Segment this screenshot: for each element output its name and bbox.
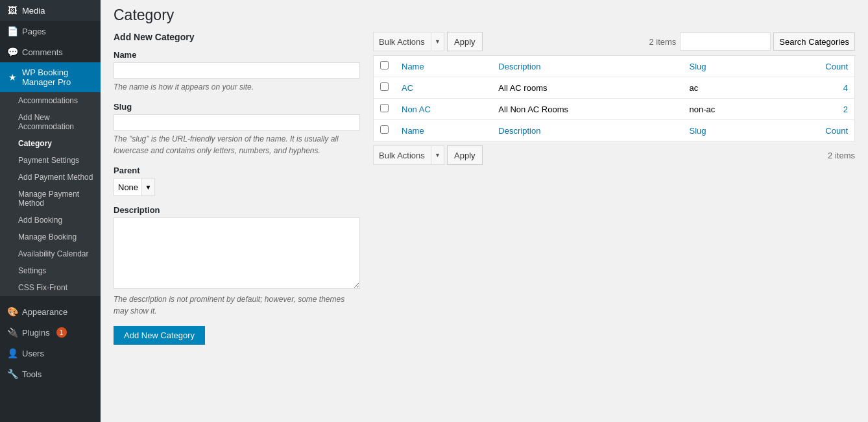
footer-checkbox-col <box>374 120 396 142</box>
header-checkbox-col <box>374 56 396 77</box>
name-input[interactable] <box>114 62 360 79</box>
slug-hint: The "slug" is the URL-friendly version o… <box>114 133 360 156</box>
footer-count[interactable]: Count <box>772 120 854 142</box>
sidebar-sub-accommodations[interactable]: Accommodations <box>0 92 101 109</box>
add-category-form: Add New Category Name The name is how it… <box>114 32 360 345</box>
search-categories-wrap: Search Categories <box>680 32 855 51</box>
slug-field-group: Slug The "slug" is the URL-friendly vers… <box>114 102 360 156</box>
sidebar-item-appearance[interactable]: 🎨 Appearance <box>0 301 101 322</box>
row-description-1: All Non AC Rooms <box>492 99 682 120</box>
sidebar-sub-css[interactable]: CSS Fix-Front <box>0 279 101 296</box>
sidebar-sub-add-booking[interactable]: Add Booking <box>0 212 101 229</box>
parent-dropdown-button[interactable]: ▼ <box>142 178 155 196</box>
sidebar-item-tools[interactable]: 🔧 Tools <box>0 364 101 384</box>
main-content: Category Add New Category Name The name … <box>101 0 868 422</box>
apply-bottom-button[interactable]: Apply <box>447 145 483 165</box>
parent-select-wrap: None ▼ <box>114 178 360 196</box>
table-row: AC All AC rooms ac 4 <box>374 77 855 99</box>
sidebar-sub-category[interactable]: Category <box>0 135 101 152</box>
bulk-actions-bottom: Bulk Actions ▼ <box>373 145 444 165</box>
parent-select[interactable]: None <box>114 178 142 196</box>
sidebar-submenu: Accommodations Add NewAccommodation Cate… <box>0 92 101 296</box>
sidebar-sub-availability[interactable]: Availability Calendar <box>0 245 101 262</box>
row-checkbox-1[interactable] <box>380 104 389 112</box>
comments-icon: 💬 <box>6 47 18 57</box>
plugins-badge: 1 <box>56 327 67 338</box>
sidebar-item-comments[interactable]: 💬 Comments <box>0 42 101 62</box>
row-name-0: AC <box>395 77 492 99</box>
row-description-0: All AC rooms <box>492 77 682 99</box>
bulk-actions-top-dropdown-btn[interactable]: ▼ <box>431 32 444 51</box>
row-count-1[interactable]: 2 <box>772 99 854 120</box>
row-name-link-0[interactable]: AC <box>402 83 413 93</box>
booking-icon: ★ <box>6 72 18 82</box>
row-name-link-1[interactable]: Non AC <box>402 105 431 114</box>
header-name[interactable]: Name <box>395 56 492 77</box>
table-header-row: Name Description Slug Count <box>374 56 855 77</box>
search-categories-button[interactable]: Search Categories <box>773 32 855 51</box>
slug-input[interactable] <box>114 114 360 130</box>
apply-top-button[interactable]: Apply <box>447 32 483 51</box>
sidebar-item-media[interactable]: 🖼 Media <box>0 0 101 21</box>
sidebar-sub-add-payment[interactable]: Add Payment Method <box>0 169 101 186</box>
table-row: Non AC All Non AC Rooms non-ac 2 <box>374 99 855 120</box>
bulk-actions-top: Bulk Actions ▼ <box>373 32 444 51</box>
sidebar-sub-add-accommodation[interactable]: Add NewAccommodation <box>0 109 101 135</box>
description-textarea[interactable] <box>114 217 360 289</box>
row-checkbox-0[interactable] <box>380 82 389 91</box>
bottom-toolbar-right: 2 items <box>828 151 855 160</box>
sidebar-item-label: Appearance <box>22 307 67 317</box>
parent-field-group: Parent None ▼ <box>114 166 360 196</box>
bulk-actions-bottom-select[interactable]: Bulk Actions <box>373 145 431 165</box>
sidebar-item-label: Tools <box>22 369 42 379</box>
sidebar-sub-settings[interactable]: Settings <box>0 262 101 279</box>
sidebar-item-users[interactable]: 👤 Users <box>0 343 101 364</box>
bulk-actions-bottom-dropdown-btn[interactable]: ▼ <box>431 145 444 165</box>
row-checkbox-cell <box>374 99 396 120</box>
sidebar-item-pages[interactable]: 📄 Pages <box>0 21 101 42</box>
top-toolbar: Bulk Actions ▼ Apply 2 items Search Cate… <box>373 32 855 51</box>
header-count[interactable]: Count <box>772 56 854 77</box>
add-category-button[interactable]: Add New Category <box>114 326 205 345</box>
pages-icon: 📄 <box>6 26 18 36</box>
row-slug-1: non-ac <box>683 99 773 120</box>
categories-table: Name Description Slug Count AC All AC ro… <box>373 55 855 142</box>
name-field-group: Name The name is how it appears on your … <box>114 50 360 93</box>
sidebar-item-label: WP BookingManager Pro <box>22 68 71 87</box>
sidebar-sub-payment-settings[interactable]: Payment Settings <box>0 152 101 169</box>
content-area: Add New Category Name The name is how it… <box>114 32 855 345</box>
top-toolbar-right: 2 items Search Categories <box>649 32 855 51</box>
tools-icon: 🔧 <box>6 369 18 379</box>
description-label: Description <box>114 205 360 215</box>
sidebar-item-label: Comments <box>22 47 63 57</box>
description-hint: The description is not prominent by defa… <box>114 293 360 317</box>
plugins-icon: 🔌 <box>6 327 18 338</box>
table-panel: Bulk Actions ▼ Apply 2 items Search Cate… <box>373 32 855 169</box>
footer-name[interactable]: Name <box>395 120 492 142</box>
bottom-toolbar-left: Bulk Actions ▼ Apply <box>373 145 483 165</box>
description-field-group: Description The description is not promi… <box>114 205 360 317</box>
slug-label: Slug <box>114 102 360 112</box>
sidebar-sub-manage-payment[interactable]: Manage PaymentMethod <box>0 186 101 212</box>
footer-description[interactable]: Description <box>492 120 682 142</box>
bulk-actions-top-select[interactable]: Bulk Actions <box>373 32 431 51</box>
table-footer-row: Name Description Slug Count <box>374 120 855 142</box>
select-all-checkbox-top[interactable] <box>380 61 389 69</box>
sidebar: 🖼 Media 📄 Pages 💬 Comments ★ WP BookingM… <box>0 0 101 422</box>
header-slug[interactable]: Slug <box>683 56 773 77</box>
search-categories-input[interactable] <box>680 32 771 51</box>
sidebar-item-label: Users <box>22 349 44 358</box>
sidebar-sub-manage-booking[interactable]: Manage Booking <box>0 229 101 245</box>
sidebar-item-label: Pages <box>22 27 46 36</box>
row-count-0[interactable]: 4 <box>772 77 854 99</box>
parent-label: Parent <box>114 166 360 175</box>
footer-slug[interactable]: Slug <box>683 120 773 142</box>
name-label: Name <box>114 50 360 60</box>
name-hint: The name is how it appears on your site. <box>114 81 360 93</box>
header-description[interactable]: Description <box>492 56 682 77</box>
select-all-checkbox-bottom[interactable] <box>380 125 389 134</box>
sidebar-item-plugins[interactable]: 🔌 Plugins 1 <box>0 322 101 343</box>
page-title: Category <box>114 6 855 24</box>
items-count-top: 2 items <box>649 37 676 47</box>
sidebar-item-wp-booking[interactable]: ★ WP BookingManager Pro <box>0 62 101 92</box>
